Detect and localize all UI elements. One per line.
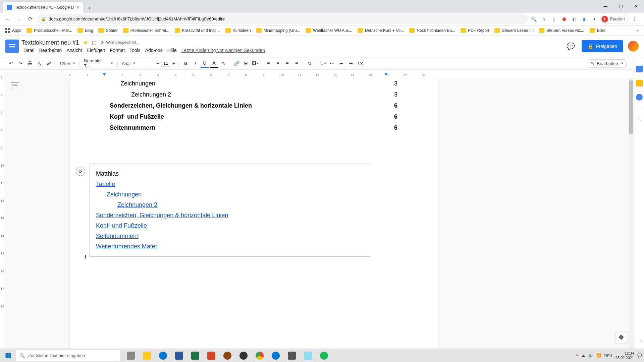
bookmark-item[interactable]: Professionell Schrei... <box>121 27 171 34</box>
sidepanel-collapse-icon[interactable]: › <box>640 338 642 343</box>
bookmark-item[interactable]: Mindmapping (Gru... <box>254 27 302 34</box>
outline-link[interactable]: Zeichnungen 2 <box>96 200 365 210</box>
align-center-button[interactable]: ≡ <box>273 59 282 68</box>
obs-button[interactable] <box>235 349 252 362</box>
outline-link[interactable]: Weiterführendes Mater <box>96 241 365 252</box>
browser-tab[interactable]: Textdokument neu #1 - Google D × <box>3 2 83 13</box>
print-button[interactable]: 🖶 <box>25 59 34 68</box>
bulleted-list-button[interactable]: •▼ <box>328 59 336 68</box>
taskbar-search[interactable]: 🔍 Zur Suche Text hier eingeben <box>16 350 120 361</box>
menu-hilfe[interactable]: Hilfe <box>165 47 179 54</box>
outline-link[interactable]: Sonderzeichen, Gleichungen & horizontale… <box>96 210 365 221</box>
toc-entry[interactable]: Sonderzeichen, Gleichungen & horizontale… <box>110 100 397 111</box>
scrollbar-thumb[interactable] <box>629 80 633 134</box>
bookmark-item[interactable]: Steuern Videos wic... <box>537 27 586 34</box>
increase-fontsize[interactable]: + <box>170 60 177 67</box>
bookmark-item[interactable]: Produktsuche - Mer... <box>24 27 74 34</box>
powerpoint-button[interactable] <box>203 349 219 362</box>
vertical-ruler[interactable]: 56789101112131415161718 <box>0 72 5 349</box>
comments-button[interactable]: 💬 <box>565 40 577 52</box>
app-button[interactable] <box>219 349 235 362</box>
bookmark-item[interactable]: Wahlfächer WU Aus... <box>304 27 354 34</box>
paint-format-button[interactable]: 🖌 <box>44 59 53 68</box>
spellcheck-button[interactable]: Ą <box>35 59 44 68</box>
edge-legacy-button[interactable] <box>155 349 171 362</box>
app-button[interactable] <box>284 349 300 362</box>
toc-entry[interactable]: Zeichnungen 23 <box>110 89 397 100</box>
zoom-select[interactable]: 125%▼ <box>57 61 77 66</box>
chrome-menu-icon[interactable]: ⋮ <box>631 15 639 23</box>
add-addon-icon[interactable]: + <box>637 116 641 123</box>
tasks-icon[interactable] <box>636 94 643 101</box>
explore-button[interactable] <box>615 331 627 343</box>
indent-marker[interactable] <box>103 73 106 76</box>
align-justify-button[interactable]: ≡ <box>292 59 301 68</box>
extension-icon[interactable]: ⬣ <box>560 15 568 23</box>
maximize-button[interactable]: ▢ <box>613 0 629 13</box>
menu-bearbeiten[interactable]: Bearbeiten <box>37 47 64 54</box>
outline-link[interactable]: Kopf- und Fußzeile <box>96 221 365 231</box>
edge-button[interactable] <box>268 349 284 362</box>
spotify-button[interactable] <box>316 349 332 362</box>
new-tab-button[interactable]: + <box>85 3 94 13</box>
reload-button[interactable]: ⟳ <box>25 14 35 24</box>
insert-comment-button[interactable]: ⊞ <box>241 59 250 68</box>
profile-chip[interactable]: T Pausiert <box>600 15 629 23</box>
show-outline-button[interactable] <box>11 82 19 89</box>
horizontal-ruler[interactable]: 21123456789101112131415161718 <box>69 72 634 78</box>
keep-icon[interactable] <box>636 80 643 86</box>
outline-link[interactable]: Zeichnungen <box>96 189 365 200</box>
bookmark-item[interactable]: Später <box>96 27 119 34</box>
document-title[interactable]: Textdokument neu #1 <box>21 39 79 46</box>
bookmark-item[interactable]: Deutsche Kurs + Vo... <box>356 27 406 34</box>
docs-logo[interactable] <box>5 40 19 53</box>
menu-addons[interactable]: Add-ons <box>143 47 165 54</box>
close-window-button[interactable]: ✕ <box>629 0 644 13</box>
numbered-list-button[interactable]: ⒈▼ <box>318 59 327 68</box>
forward-button[interactable]: → <box>14 14 23 24</box>
toc-entry[interactable]: Zeichnungen3 <box>110 78 397 89</box>
taskview-button[interactable] <box>123 349 139 362</box>
calendar-icon[interactable] <box>636 66 643 72</box>
bookmark-item[interactable]: PDF Report <box>459 27 491 34</box>
menu-ansicht[interactable]: Ansicht <box>64 47 84 54</box>
extension-icon[interactable]: ◐ <box>570 15 578 23</box>
tray-chevron-icon[interactable]: ^ <box>576 354 578 358</box>
excel-button[interactable] <box>187 349 203 362</box>
apps-shortcut[interactable]: Apps <box>3 26 23 35</box>
chrome-button[interactable] <box>252 349 268 362</box>
outline-link[interactable]: Seitennummern <box>96 231 365 241</box>
bookmark-item[interactable]: Noch hochladen Bu... <box>407 27 457 34</box>
menu-einfuegen[interactable]: Einfügen <box>85 47 107 54</box>
volume-icon[interactable]: 🔊 <box>588 353 593 358</box>
refresh-icon[interactable]: ⟳ <box>76 167 85 176</box>
outline-link[interactable]: Tabelle <box>96 179 365 189</box>
fontsize-value[interactable]: 11 <box>161 60 170 67</box>
vertical-scrollbar[interactable] <box>629 78 634 349</box>
start-button[interactable] <box>0 349 16 362</box>
bookmark-item[interactable]: Büro <box>588 27 607 34</box>
italic-button[interactable]: I <box>191 59 200 68</box>
line-spacing-button[interactable]: ⇅ <box>305 59 314 68</box>
notifications-icon[interactable]: 💬 <box>637 353 642 358</box>
bookmark-item[interactable]: Kursideen <box>223 27 253 34</box>
bold-button[interactable]: B <box>181 59 190 68</box>
decrease-fontsize[interactable]: − <box>154 60 161 67</box>
word-button[interactable] <box>171 349 187 362</box>
menu-tools[interactable]: Tools <box>127 47 143 54</box>
insert-link-button[interactable]: 🔗 <box>232 59 241 68</box>
url-field[interactable]: 🔒 docs.google.com/document/d/1hUH8k6h7Lb… <box>37 14 528 24</box>
increase-indent-button[interactable]: ⇥ <box>346 59 355 68</box>
language-indicator[interactable]: DEU <box>604 354 612 358</box>
notepad-button[interactable] <box>300 349 316 362</box>
bookmark-item[interactable]: Kreativität und Insp... <box>173 27 222 34</box>
align-right-button[interactable]: ≡ <box>283 59 291 68</box>
move-icon[interactable]: ▢ <box>92 40 97 46</box>
document-page[interactable]: Zeichnungen3Zeichnungen 23Sonderzeichen,… <box>69 78 438 349</box>
toc-entry[interactable]: Seitennummern6 <box>110 122 397 133</box>
editing-mode-select[interactable]: ✎ Bearbeiten ▼ <box>588 59 627 68</box>
highlight-button[interactable]: ✎ <box>219 59 228 68</box>
explorer-button[interactable] <box>139 349 155 362</box>
underline-button[interactable]: U <box>200 59 209 68</box>
last-edit-link[interactable]: Letzte Änderung vor wenigen Sekunden <box>179 47 267 54</box>
